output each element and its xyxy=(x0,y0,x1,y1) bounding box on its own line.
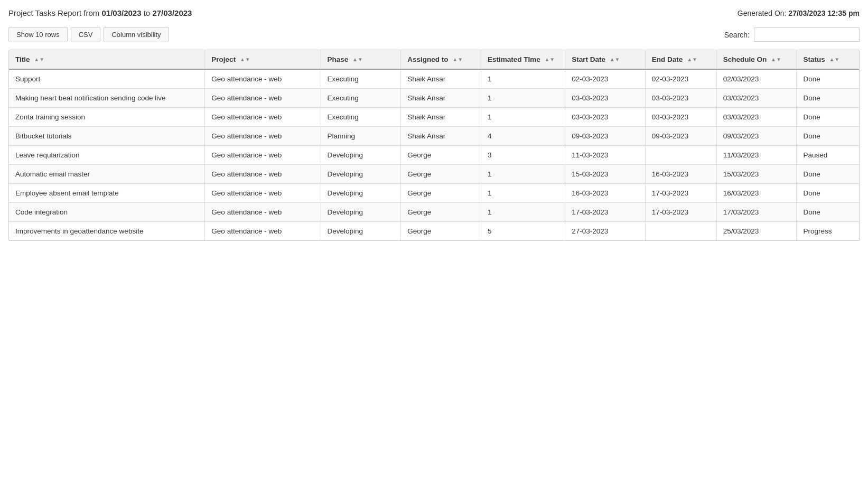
report-header: Project Tasks Report from 01/03/2023 to … xyxy=(8,8,860,17)
cell-start_date: 03-03-2023 xyxy=(565,108,646,127)
search-input[interactable] xyxy=(754,27,860,42)
cell-status: Done xyxy=(797,203,859,222)
col-header-end-date[interactable]: End Date ▲▼ xyxy=(645,50,716,69)
table-row: Zonta training sessionGeo attendance - w… xyxy=(9,108,859,127)
generated-value: 27/03/2023 12:35 pm xyxy=(788,9,860,17)
cell-start_date: 27-03-2023 xyxy=(565,222,646,241)
cell-phase: Developing xyxy=(321,184,401,203)
table-container: Title ▲▼ Project ▲▼ Phase ▲▼ Assigned to… xyxy=(8,50,860,241)
report-date-from: 01/03/2023 xyxy=(101,8,141,17)
cell-title: Making heart beat notification sending c… xyxy=(9,89,205,108)
cell-phase: Planning xyxy=(321,127,401,146)
cell-status: Done xyxy=(797,184,859,203)
cell-estimated_time: 3 xyxy=(481,146,565,165)
report-title-to: to xyxy=(144,8,153,17)
cell-phase: Developing xyxy=(321,203,401,222)
cell-end_date: 17-03-2023 xyxy=(645,203,716,222)
cell-estimated_time: 5 xyxy=(481,222,565,241)
cell-title: Employee absent email template xyxy=(9,184,205,203)
cell-estimated_time: 1 xyxy=(481,165,565,184)
tasks-table: Title ▲▼ Project ▲▼ Phase ▲▼ Assigned to… xyxy=(9,50,859,240)
cell-start_date: 02-03-2023 xyxy=(565,69,646,89)
cell-project: Geo attendance - web xyxy=(205,127,321,146)
cell-assigned_to: Shaik Ansar xyxy=(401,89,481,108)
cell-project: Geo attendance - web xyxy=(205,89,321,108)
cell-assigned_to: Shaik Ansar xyxy=(401,127,481,146)
col-header-project[interactable]: Project ▲▼ xyxy=(205,50,321,69)
table-row: Making heart beat notification sending c… xyxy=(9,89,859,108)
cell-project: Geo attendance - web xyxy=(205,203,321,222)
cell-assigned_to: George xyxy=(401,222,481,241)
sort-arrows-schedule: ▲▼ xyxy=(771,57,781,62)
show-rows-button[interactable]: Show 10 rows xyxy=(8,27,68,42)
cell-start_date: 16-03-2023 xyxy=(565,184,646,203)
cell-schedule_on: 02/03/2023 xyxy=(716,69,797,89)
col-header-estimated-time[interactable]: Estimated TIme ▲▼ xyxy=(481,50,565,69)
cell-status: Done xyxy=(797,89,859,108)
sort-arrows-end: ▲▼ xyxy=(687,57,697,62)
cell-phase: Executing xyxy=(321,89,401,108)
cell-end_date xyxy=(645,222,716,241)
table-row: Automatic email masterGeo attendance - w… xyxy=(9,165,859,184)
cell-project: Geo attendance - web xyxy=(205,184,321,203)
cell-assigned_to: George xyxy=(401,165,481,184)
sort-arrows-start: ▲▼ xyxy=(610,57,620,62)
cell-end_date: 03-03-2023 xyxy=(645,89,716,108)
cell-start_date: 09-03-2023 xyxy=(565,127,646,146)
cell-schedule_on: 16/03/2023 xyxy=(716,184,797,203)
cell-phase: Executing xyxy=(321,69,401,89)
cell-end_date: 16-03-2023 xyxy=(645,165,716,184)
cell-end_date: 09-03-2023 xyxy=(645,127,716,146)
cell-assigned_to: George xyxy=(401,184,481,203)
sort-arrows-assigned: ▲▼ xyxy=(452,57,463,62)
cell-status: Done xyxy=(797,69,859,89)
cell-project: Geo attendance - web xyxy=(205,222,321,241)
cell-assigned_to: Shaik Ansar xyxy=(401,69,481,89)
cell-project: Geo attendance - web xyxy=(205,69,321,89)
cell-title: Bitbucket tutorials xyxy=(9,127,205,146)
cell-assigned_to: Shaik Ansar xyxy=(401,108,481,127)
cell-status: Done xyxy=(797,127,859,146)
cell-assigned_to: George xyxy=(401,146,481,165)
cell-estimated_time: 1 xyxy=(481,184,565,203)
cell-schedule_on: 03/03/2023 xyxy=(716,108,797,127)
cell-assigned_to: George xyxy=(401,203,481,222)
col-header-start-date[interactable]: Start Date ▲▼ xyxy=(565,50,646,69)
cell-start_date: 17-03-2023 xyxy=(565,203,646,222)
cell-schedule_on: 03/03/2023 xyxy=(716,89,797,108)
col-header-status[interactable]: Status ▲▼ xyxy=(797,50,859,69)
cell-start_date: 11-03-2023 xyxy=(565,146,646,165)
cell-schedule_on: 09/03/2023 xyxy=(716,127,797,146)
sort-arrows-status: ▲▼ xyxy=(829,57,839,62)
cell-estimated_time: 4 xyxy=(481,127,565,146)
csv-button[interactable]: CSV xyxy=(71,27,101,42)
cell-status: Progress xyxy=(797,222,859,241)
cell-estimated_time: 1 xyxy=(481,203,565,222)
table-row: Bitbucket tutorialsGeo attendance - webP… xyxy=(9,127,859,146)
cell-start_date: 15-03-2023 xyxy=(565,165,646,184)
col-header-schedule-on[interactable]: Schedule On ▲▼ xyxy=(716,50,797,69)
col-header-assigned-to[interactable]: Assigned to ▲▼ xyxy=(401,50,481,69)
col-header-title[interactable]: Title ▲▼ xyxy=(9,50,205,69)
sort-arrows-project: ▲▼ xyxy=(240,57,250,62)
cell-phase: Developing xyxy=(321,146,401,165)
cell-project: Geo attendance - web xyxy=(205,108,321,127)
col-header-phase[interactable]: Phase ▲▼ xyxy=(321,50,401,69)
cell-estimated_time: 1 xyxy=(481,89,565,108)
search-area: Search: xyxy=(724,27,860,42)
cell-end_date xyxy=(645,146,716,165)
cell-end_date: 02-03-2023 xyxy=(645,69,716,89)
search-label: Search: xyxy=(724,31,750,39)
cell-title: Improvements in geoattendance website xyxy=(9,222,205,241)
cell-schedule_on: 11/03/2023 xyxy=(716,146,797,165)
table-row: SupportGeo attendance - webExecutingShai… xyxy=(9,69,859,89)
cell-end_date: 03-03-2023 xyxy=(645,108,716,127)
cell-phase: Developing xyxy=(321,222,401,241)
cell-title: Code integration xyxy=(9,203,205,222)
table-row: Improvements in geoattendance websiteGeo… xyxy=(9,222,859,241)
sort-arrows-phase: ▲▼ xyxy=(352,57,363,62)
sort-arrows-estimated: ▲▼ xyxy=(544,57,555,62)
table-row: Employee absent email templateGeo attend… xyxy=(9,184,859,203)
table-header-row: Title ▲▼ Project ▲▼ Phase ▲▼ Assigned to… xyxy=(9,50,859,69)
column-visibility-button[interactable]: Column visibility xyxy=(104,27,169,42)
